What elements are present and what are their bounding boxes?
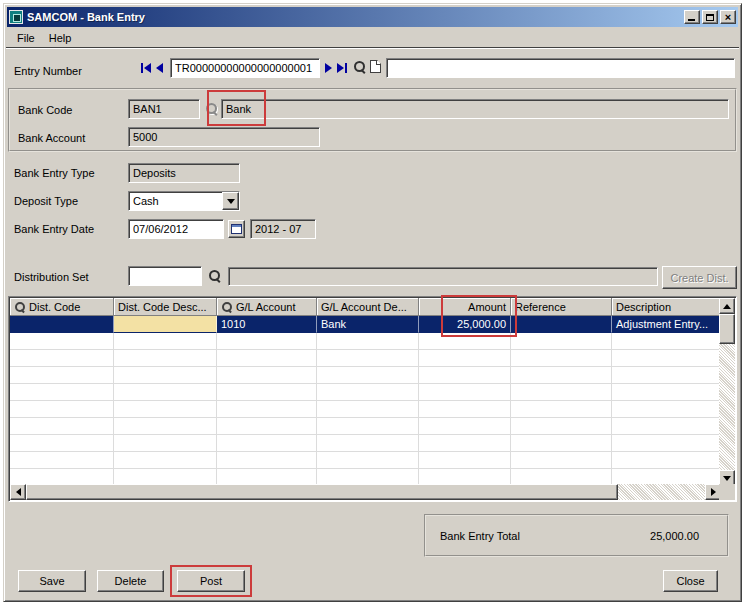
chevron-down-icon xyxy=(227,199,235,204)
column-label: Reference xyxy=(515,301,566,313)
entry-description-input[interactable] xyxy=(386,58,735,78)
previous-arrow-icon xyxy=(156,63,163,73)
distribution-grid: Dist. Code Dist. Code Desc... G/L Accoun… xyxy=(8,296,737,502)
column-header-dist-code[interactable]: Dist. Code xyxy=(10,298,114,316)
bank-entry-total-value: 25,000.00 xyxy=(650,530,699,542)
bank-entry-window: SAMCOM - Bank Entry × File Help Entry Nu… xyxy=(3,3,742,602)
next-entry-button[interactable] xyxy=(325,60,332,76)
table-row[interactable] xyxy=(10,452,721,469)
first-entry-button[interactable] xyxy=(140,60,151,76)
bank-entry-type-label: Bank Entry Type xyxy=(14,167,95,179)
menu-bar: File Help xyxy=(6,29,739,48)
vertical-scroll-thumb[interactable] xyxy=(719,314,735,344)
table-row[interactable] xyxy=(10,333,721,350)
create-dist-button[interactable]: Create Dist. xyxy=(662,266,737,289)
window-title: SAMCOM - Bank Entry xyxy=(27,11,682,23)
bank-entry-date-label: Bank Entry Date xyxy=(14,223,94,235)
arrow-up-icon xyxy=(723,304,731,309)
column-label: Amount xyxy=(468,301,506,313)
maximize-icon xyxy=(706,14,714,21)
bank-code-field: BAN1 xyxy=(128,99,200,119)
table-row[interactable] xyxy=(10,350,721,367)
menu-help[interactable]: Help xyxy=(42,30,79,46)
column-header-amount[interactable]: Amount xyxy=(419,298,511,316)
entry-finder-icon[interactable] xyxy=(353,60,367,74)
column-label: G/L Account De... xyxy=(321,301,407,313)
scrollbar-corner xyxy=(719,484,735,500)
table-row[interactable] xyxy=(10,384,721,401)
cell-dist-code[interactable] xyxy=(10,316,114,333)
next-arrow-icon xyxy=(325,63,332,73)
table-row[interactable] xyxy=(10,401,721,418)
column-header-gl-account-desc[interactable]: G/L Account De... xyxy=(317,298,419,316)
calendar-icon xyxy=(231,224,242,234)
scroll-up-button[interactable] xyxy=(719,298,735,314)
arrow-right-icon xyxy=(711,488,716,496)
save-button[interactable]: Save xyxy=(18,570,86,592)
calendar-button[interactable] xyxy=(228,220,245,238)
deposit-type-label: Deposit Type xyxy=(14,195,78,207)
cell-reference[interactable] xyxy=(511,316,612,333)
bank-account-field: 5000 xyxy=(128,127,320,147)
column-label: Dist. Code Desc... xyxy=(118,301,207,313)
title-bar: SAMCOM - Bank Entry × xyxy=(7,7,738,27)
column-label: G/L Account xyxy=(236,301,296,313)
cell-gl-account-desc[interactable]: Bank xyxy=(317,316,419,333)
entry-number-input[interactable] xyxy=(170,58,320,78)
column-header-description[interactable]: Description xyxy=(612,298,721,316)
column-header-reference[interactable]: Reference xyxy=(511,298,612,316)
close-button[interactable]: × xyxy=(720,10,736,24)
close-icon: × xyxy=(725,12,731,22)
last-entry-button[interactable] xyxy=(337,60,348,76)
distribution-finder-icon[interactable] xyxy=(208,269,222,283)
finder-icon xyxy=(221,301,233,313)
first-icon xyxy=(141,63,143,73)
table-row[interactable] xyxy=(10,367,721,384)
app-icon xyxy=(9,10,23,24)
distribution-set-input[interactable] xyxy=(128,266,202,286)
column-header-gl-account[interactable]: G/L Account xyxy=(217,298,317,316)
cell-amount[interactable]: 25,000.00 xyxy=(419,316,511,333)
bank-code-label: Bank Code xyxy=(18,104,72,116)
column-header-dist-code-desc[interactable]: Dist. Code Desc... xyxy=(114,298,217,316)
bank-name-field: Bank xyxy=(221,99,729,119)
cell-gl-account[interactable]: 1010 xyxy=(217,316,317,333)
delete-button[interactable]: Delete xyxy=(97,570,164,592)
entry-number-label: Entry Number xyxy=(14,65,82,77)
scroll-left-button[interactable] xyxy=(10,484,26,500)
finder-icon xyxy=(14,301,26,313)
total-groupbox: Bank Entry Total 25,000.00 xyxy=(424,514,729,557)
cell-dist-code-desc[interactable] xyxy=(114,316,217,333)
bank-groupbox xyxy=(8,88,737,152)
menu-file[interactable]: File xyxy=(10,30,42,46)
arrow-left-icon xyxy=(16,488,21,496)
maximize-button[interactable] xyxy=(702,10,718,24)
bank-entry-date-input[interactable] xyxy=(128,219,224,239)
table-row[interactable] xyxy=(10,435,721,452)
previous-entry-button[interactable] xyxy=(156,60,163,76)
minimize-button[interactable] xyxy=(684,10,700,24)
close-window-button[interactable]: Close xyxy=(663,570,718,592)
table-row[interactable] xyxy=(10,418,721,435)
last-icon xyxy=(345,63,347,73)
distribution-description-field xyxy=(228,267,658,286)
bank-code-finder-icon[interactable] xyxy=(205,102,219,116)
post-button[interactable]: Post xyxy=(177,570,245,592)
table-row-selected[interactable]: 1010 Bank 25,000.00 Adjustment Entry... xyxy=(10,316,721,333)
grid-vertical-scrollbar[interactable] xyxy=(719,298,735,486)
minimize-icon xyxy=(688,19,695,21)
bank-entry-total-label: Bank Entry Total xyxy=(440,530,520,542)
grid-header-row: Dist. Code Dist. Code Desc... G/L Accoun… xyxy=(10,298,721,316)
column-label: Dist. Code xyxy=(29,301,80,313)
fiscal-period-field: 2012 - 07 xyxy=(250,219,316,239)
bank-account-label: Bank Account xyxy=(18,132,85,144)
grid-horizontal-scrollbar[interactable] xyxy=(10,484,721,500)
horizontal-scroll-thumb[interactable] xyxy=(26,484,618,500)
cell-description[interactable]: Adjustment Entry... xyxy=(612,316,721,333)
bank-entry-type-field: Deposits xyxy=(128,163,240,183)
new-entry-icon[interactable] xyxy=(370,60,381,73)
deposit-type-dropdown-button[interactable] xyxy=(222,192,239,210)
last-arrow-icon xyxy=(337,63,344,73)
column-label: Description xyxy=(616,301,671,313)
first-arrow-icon xyxy=(144,63,151,73)
